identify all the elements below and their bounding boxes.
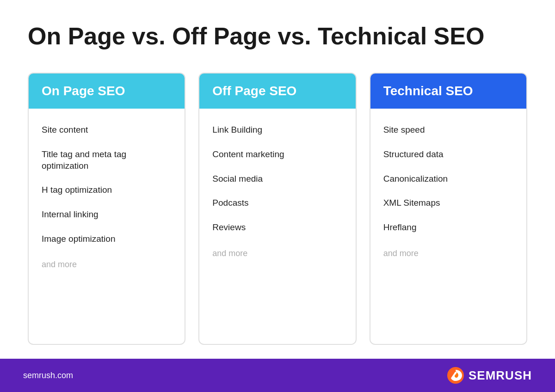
list-item: Link Building — [212, 118, 342, 142]
footer: semrush.com SEMRUSH — [0, 359, 555, 392]
and-more-label: and more — [212, 242, 342, 265]
off-page-title: Off Page SEO — [212, 84, 296, 98]
list-item: Hreflang — [383, 215, 513, 240]
list-item: Internal linking — [42, 202, 172, 227]
list-item: Reviews — [212, 215, 342, 240]
on-page-header: On Page SEO — [29, 74, 185, 109]
on-page-title: On Page SEO — [42, 84, 125, 98]
list-item: H tag optimization — [42, 178, 172, 202]
list-item: Content marketing — [212, 142, 342, 167]
cards-container: On Page SEO Site content Title tag and m… — [28, 73, 527, 345]
semrush-icon — [446, 366, 465, 385]
on-page-body: Site content Title tag and meta tag opti… — [29, 109, 185, 288]
main-content: On Page vs. Off Page vs. Technical SEO O… — [0, 0, 555, 359]
list-item: Image optimization — [42, 227, 172, 251]
list-item: Site content — [42, 118, 172, 142]
footer-url: semrush.com — [23, 371, 73, 380]
page-title: On Page vs. Off Page vs. Technical SEO — [28, 23, 527, 49]
list-item: Social media — [212, 167, 342, 191]
technical-title: Technical SEO — [383, 84, 473, 98]
list-item: XML Sitemaps — [383, 191, 513, 215]
and-more-label: and more — [383, 242, 513, 265]
off-page-header: Off Page SEO — [199, 74, 355, 109]
off-page-card: Off Page SEO Link Building Content marke… — [198, 73, 356, 345]
list-item: Site speed — [383, 118, 513, 142]
list-item: Podcasts — [212, 191, 342, 215]
list-item: Structured data — [383, 142, 513, 167]
on-page-card: On Page SEO Site content Title tag and m… — [28, 73, 185, 345]
semrush-brand-text: SEMRUSH — [469, 368, 532, 383]
semrush-logo: SEMRUSH — [446, 366, 532, 385]
list-item: Title tag and meta tag optimization — [42, 142, 172, 178]
off-page-body: Link Building Content marketing Social m… — [199, 109, 355, 276]
and-more-label: and more — [42, 253, 172, 276]
technical-header: Technical SEO — [370, 74, 526, 109]
list-item: Canonicalization — [383, 167, 513, 191]
technical-body: Site speed Structured data Canonicalizat… — [370, 109, 526, 276]
technical-card: Technical SEO Site speed Structured data… — [370, 73, 527, 345]
